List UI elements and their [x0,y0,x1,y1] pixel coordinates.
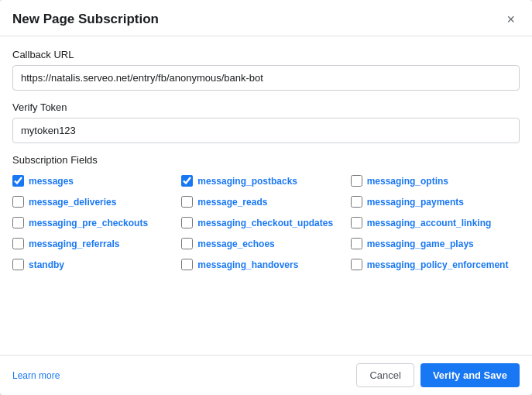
checkbox-item: messages [12,173,181,188]
checkbox-label-message_echoes[interactable]: message_echoes [197,239,274,249]
checkbox-label-message_reads[interactable]: message_reads [197,197,267,208]
verify-token-group: Verify Token [12,101,520,143]
checkbox-item: message_reads [181,194,350,209]
checkbox-item: standby [12,257,181,272]
verify-token-label: Verify Token [12,101,520,113]
checkbox-label-messaging_game_plays[interactable]: messaging_game_plays [367,239,474,249]
checkbox-messaging_referrals[interactable] [12,238,24,249]
checkbox-label-messaging_pre_checkouts[interactable]: messaging_pre_checkouts [29,218,148,228]
checkbox-label-messaging_referrals[interactable]: messaging_referrals [29,239,119,249]
checkbox-messaging_optins[interactable] [351,175,362,187]
subscription-fields-label: Subscription Fields [12,154,520,166]
checkbox-label-message_deliveries[interactable]: message_deliveries [29,197,116,208]
checkbox-item: message_deliveries [12,194,181,209]
checkbox-messaging_handovers[interactable] [181,259,193,270]
checkbox-item: messaging_account_linking [351,215,520,230]
checkbox-item: messaging_pre_checkouts [12,215,181,230]
callback-url-input[interactable] [12,65,520,91]
verify-token-input[interactable] [12,118,520,143]
checkbox-label-messaging_policy_enforcement[interactable]: messaging_policy_enforcement [367,259,509,270]
checkbox-messaging_pre_checkouts[interactable] [12,217,24,228]
checkbox-messaging_checkout_updates[interactable] [181,217,193,228]
checkbox-label-messaging_handovers[interactable]: messaging_handovers [197,259,298,270]
checkbox-label-messaging_optins[interactable]: messaging_optins [367,176,448,187]
checkbox-message_deliveries[interactable] [12,196,24,208]
checkbox-item: messaging_payments [351,194,520,209]
checkbox-messaging_postbacks[interactable] [181,175,193,187]
callback-url-label: Callback URL [12,49,520,60]
verify-and-save-button[interactable]: Verify and Save [420,363,520,387]
checkbox-item: message_echoes [181,236,350,251]
checkbox-label-standby[interactable]: standby [29,259,64,270]
dialog-title: New Page Subscription [12,12,159,27]
checkbox-item: messaging_referrals [12,236,181,251]
callback-url-group: Callback URL [12,49,520,91]
checkboxes-grid: messagesmessaging_postbacksmessaging_opt… [12,173,520,272]
checkbox-messaging_policy_enforcement[interactable] [351,259,362,270]
checkbox-standby[interactable] [12,259,24,270]
checkbox-messages[interactable] [12,175,24,187]
checkbox-label-messages[interactable]: messages [29,176,74,187]
checkbox-messaging_game_plays[interactable] [351,238,362,249]
checkbox-message_echoes[interactable] [181,238,193,249]
checkbox-messaging_payments[interactable] [351,196,362,208]
checkbox-label-messaging_payments[interactable]: messaging_payments [367,197,464,208]
checkbox-label-messaging_postbacks[interactable]: messaging_postbacks [197,176,297,187]
checkbox-item: messaging_optins [351,173,520,188]
dialog-footer: Learn more Cancel Verify and Save [0,355,532,395]
checkbox-label-messaging_checkout_updates[interactable]: messaging_checkout_updates [197,218,333,228]
close-button[interactable]: × [502,11,520,28]
cancel-button[interactable]: Cancel [356,363,414,387]
footer-buttons: Cancel Verify and Save [356,363,520,387]
new-page-subscription-dialog: New Page Subscription × Callback URL Ver… [0,0,532,395]
checkbox-item: messaging_handovers [181,257,350,272]
checkbox-item: messaging_game_plays [351,236,520,251]
subscription-fields-group: Subscription Fields messagesmessaging_po… [12,154,520,272]
checkbox-messaging_account_linking[interactable] [351,217,362,228]
checkbox-label-messaging_account_linking[interactable]: messaging_account_linking [367,218,492,228]
dialog-header: New Page Subscription × [0,0,532,36]
learn-more-link[interactable]: Learn more [12,370,60,381]
checkbox-item: messaging_policy_enforcement [351,257,520,272]
checkbox-item: messaging_postbacks [181,173,350,188]
checkbox-item: messaging_checkout_updates [181,215,350,230]
dialog-body: Callback URL Verify Token Subscription F… [0,36,532,355]
checkbox-message_reads[interactable] [181,196,193,208]
